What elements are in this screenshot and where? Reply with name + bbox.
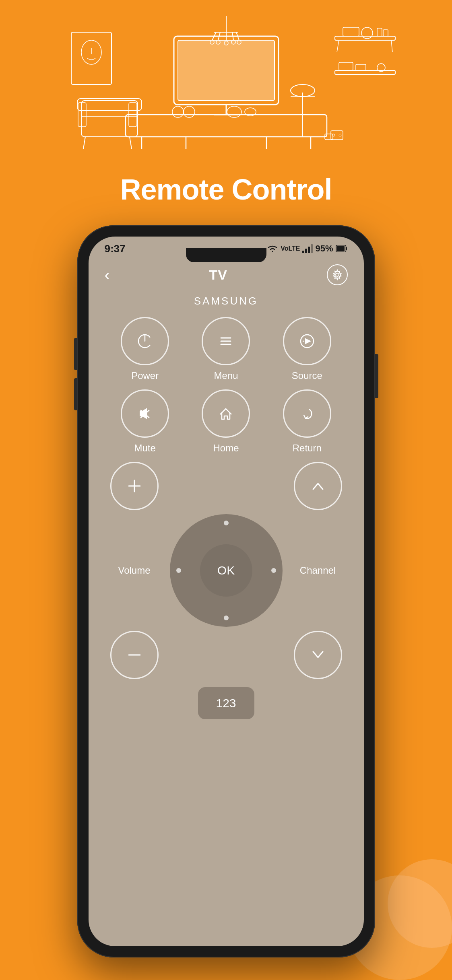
gear-icon [332, 269, 343, 280]
numpad-area: 123 [105, 687, 348, 719]
volume-label: Volume [110, 565, 159, 576]
dpad-dot-bottom [224, 616, 229, 620]
numpad-button[interactable]: 123 [198, 687, 254, 719]
header-title: TV [209, 267, 227, 283]
phone-notch [186, 248, 266, 262]
remote-area: Power Menu [105, 313, 348, 946]
dpad-main-row: Volume OK Channel [105, 514, 348, 627]
app-header: ‹ TV [89, 261, 364, 289]
vol-down-button[interactable] [74, 378, 77, 410]
return-icon [297, 403, 318, 424]
svg-rect-54 [302, 251, 304, 253]
home-button-wrap: Home [202, 389, 250, 454]
power-label: Power [131, 370, 159, 381]
battery-text: 95% [315, 243, 333, 254]
dpad-dot-top [224, 521, 229, 525]
status-icons: VoLTE 95% [267, 243, 347, 254]
return-label: Return [293, 443, 322, 454]
signal-icon [302, 244, 313, 253]
channel-down-button[interactable] [294, 631, 342, 679]
svg-line-31 [130, 137, 132, 149]
chevron-down-icon [309, 646, 327, 664]
living-room-illustration [45, 12, 407, 157]
minus-icon [126, 646, 143, 664]
plus-icon [126, 477, 143, 495]
return-button[interactable] [283, 389, 331, 438]
power-button[interactable] [121, 317, 169, 365]
vol-ch-bottom-row [105, 631, 348, 679]
phone-shell: 9:37 VoLTE [77, 225, 375, 957]
svg-point-21 [172, 106, 184, 117]
brand-label: SAMSUNG [89, 295, 364, 307]
dpad-container[interactable]: OK [170, 514, 283, 627]
svg-rect-56 [308, 247, 310, 253]
svg-rect-28 [78, 103, 86, 127]
svg-rect-38 [343, 27, 359, 36]
menu-button[interactable] [202, 317, 250, 365]
svg-rect-57 [311, 244, 313, 253]
page-title: Remote Control [0, 173, 452, 206]
mute-button-wrap: Mute [121, 389, 169, 454]
svg-rect-16 [126, 115, 327, 137]
vol-up-button[interactable] [74, 338, 77, 370]
vol-ch-top-row [105, 462, 348, 510]
battery-icon [336, 245, 348, 252]
button-row-2: Mute Home [105, 389, 348, 454]
menu-button-wrap: Menu [202, 317, 250, 381]
ok-label: OK [217, 564, 235, 577]
status-time: 9:37 [105, 243, 126, 255]
power-side-button[interactable] [375, 354, 378, 398]
phone-screen: 9:37 VoLTE [89, 237, 364, 946]
svg-rect-42 [335, 70, 395, 74]
volume-up-button[interactable] [110, 462, 159, 510]
svg-point-23 [227, 106, 241, 117]
svg-rect-43 [339, 62, 353, 70]
svg-point-22 [184, 106, 195, 117]
svg-line-37 [391, 40, 392, 52]
source-label: Source [292, 370, 322, 381]
svg-line-30 [83, 137, 85, 149]
power-button-wrap: Power [121, 317, 169, 381]
home-label: Home [213, 443, 239, 454]
channel-up-button[interactable] [294, 462, 342, 510]
menu-icon [215, 331, 236, 352]
svg-rect-59 [336, 246, 345, 251]
svg-line-36 [337, 40, 339, 52]
svg-rect-55 [305, 249, 307, 253]
home-button[interactable] [202, 389, 250, 438]
volume-down-button[interactable] [110, 631, 159, 679]
settings-button[interactable] [327, 264, 348, 285]
svg-rect-25 [81, 101, 138, 137]
menu-label: Menu [214, 370, 238, 381]
phone-mockup: 9:37 VoLTE [77, 225, 375, 957]
mute-icon [134, 403, 155, 424]
return-button-wrap: Return [283, 389, 331, 454]
dpad-dot-right [271, 568, 276, 573]
svg-point-60 [336, 273, 339, 276]
svg-rect-41 [383, 30, 388, 36]
source-button-wrap: Source [283, 317, 331, 381]
mute-button[interactable] [121, 389, 169, 438]
wifi-icon [267, 244, 278, 253]
chevron-up-icon [309, 477, 327, 495]
back-button[interactable]: ‹ [105, 266, 110, 284]
svg-rect-40 [377, 28, 382, 36]
svg-rect-13 [178, 40, 275, 101]
button-row-1: Power Menu [105, 317, 348, 381]
numpad-label: 123 [216, 696, 236, 710]
volte-label: VoLTE [281, 245, 300, 252]
dpad-outer[interactable]: OK [170, 514, 283, 627]
dpad-ok-button[interactable]: OK [200, 544, 252, 597]
channel-label: Channel [294, 565, 342, 576]
mute-label: Mute [134, 443, 155, 454]
svg-rect-44 [356, 64, 366, 70]
svg-point-39 [361, 27, 373, 39]
svg-point-53 [339, 134, 341, 136]
power-icon [134, 331, 155, 352]
source-button[interactable] [283, 317, 331, 365]
title-section: Remote Control [0, 173, 452, 206]
illustration-area [0, 0, 452, 169]
home-icon [215, 403, 236, 424]
dpad-dot-left [176, 568, 181, 573]
source-icon [297, 331, 318, 352]
